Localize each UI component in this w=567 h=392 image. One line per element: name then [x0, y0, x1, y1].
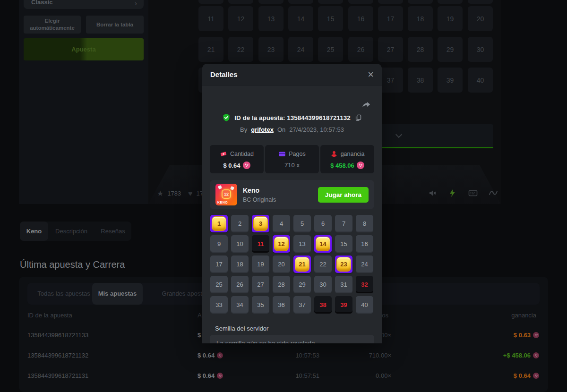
- board-tile[interactable]: 12: [228, 6, 253, 31]
- auto-pick-button[interactable]: Elegir automáticamente: [24, 16, 81, 34]
- board-tile[interactable]: 38: [408, 68, 433, 93]
- copy-icon[interactable]: [354, 114, 362, 121]
- result-tile: 8: [356, 215, 373, 232]
- by-label: By: [240, 126, 247, 133]
- trx-coin-icon: [357, 162, 364, 169]
- bet-button[interactable]: Apuesta: [24, 38, 144, 60]
- result-tile: 18: [231, 256, 249, 273]
- modal-header: Detalles ×: [202, 64, 382, 85]
- result-tile: 14: [314, 235, 332, 253]
- turbo-lightning-icon[interactable]: [448, 188, 457, 198]
- live-stats-icon[interactable]: [489, 188, 498, 198]
- tab-resenas[interactable]: Reseñas: [94, 222, 131, 241]
- hotkeys-keyboard-icon[interactable]: [468, 188, 478, 198]
- trx-coin-icon: [243, 162, 250, 169]
- share-row: [202, 100, 371, 110]
- board-tile[interactable]: 40: [468, 68, 493, 93]
- game-provider: BC Originals: [243, 196, 276, 203]
- share-icon[interactable]: [361, 100, 371, 110]
- result-tile: 24: [356, 256, 373, 273]
- keno-icon-label: KENO: [217, 201, 228, 204]
- board-tile[interactable]: 15: [318, 6, 343, 31]
- board-tile[interactable]: [378, 0, 403, 4]
- stat-value: 710 x: [284, 162, 300, 169]
- board-tile[interactable]: 22: [228, 37, 253, 62]
- board-tile[interactable]: [468, 0, 493, 4]
- board-tile[interactable]: 11: [198, 6, 223, 31]
- board-tile[interactable]: [198, 0, 223, 4]
- bet-controls-panel: Classic › Elegir automáticamente Borrar …: [19, 0, 148, 204]
- board-tile[interactable]: 14: [288, 6, 313, 31]
- gold-hit-gem: 14: [316, 237, 330, 251]
- result-tile: 10: [231, 235, 249, 253]
- server-seed-value[interactable]: La semilla aún no ha sido revelada: [210, 335, 374, 343]
- bet-row[interactable]: 135844399618721131$ 0.6410:57:510.00×$ 0…: [19, 366, 548, 386]
- result-board: 1234567891011121314151617181920212223242…: [210, 215, 374, 314]
- board-tile[interactable]: [438, 0, 463, 4]
- board-tile[interactable]: 21: [198, 37, 223, 62]
- bet-id-text: ID de la apuesta: 135844399618721132: [234, 114, 350, 121]
- result-tile: 19: [252, 256, 269, 273]
- board-tile[interactable]: [258, 0, 284, 4]
- board-tile[interactable]: 25: [318, 37, 343, 62]
- clear-table-button[interactable]: Borrar la tabla: [86, 16, 144, 34]
- trx-coin-icon: [533, 332, 539, 338]
- board-tile[interactable]: 30: [468, 37, 493, 62]
- tab-keno[interactable]: Keno: [20, 222, 48, 241]
- likes-counter[interactable]: ♥ 17: [188, 183, 203, 204]
- bet-profit-cell: $ 0.64: [514, 366, 539, 386]
- card-icon: [278, 150, 286, 158]
- bet-time-cell: 10:57:53: [295, 345, 319, 366]
- result-tile: 21: [293, 256, 311, 273]
- board-tile[interactable]: 17: [378, 6, 403, 31]
- bet-profit-cell: $ 0.63: [514, 325, 539, 345]
- board-tile[interactable]: [228, 0, 253, 4]
- game-name: Keno: [243, 187, 276, 194]
- subtab-all-bets[interactable]: Todas las apuestas: [35, 283, 92, 305]
- board-tile[interactable]: 39: [438, 68, 463, 93]
- board-tile[interactable]: 26: [348, 37, 373, 62]
- board-tile[interactable]: 18: [408, 6, 433, 31]
- board-tile[interactable]: [288, 0, 313, 4]
- result-tile: 29: [293, 276, 311, 293]
- game-mode-dropdown[interactable]: Classic ›: [24, 0, 144, 9]
- board-tile[interactable]: [318, 0, 343, 4]
- bet-profit-cell: +$ 458.06: [503, 345, 539, 366]
- game-card: 12 KENO Keno BC Originals Jugar ahora: [210, 180, 374, 209]
- chevron-right-icon: ›: [135, 1, 137, 6]
- close-icon[interactable]: ×: [368, 69, 374, 80]
- game-info-tabs: Keno Descripción Reseñas: [20, 222, 131, 241]
- favorites-counter[interactable]: ★ 1783: [157, 183, 181, 204]
- result-tile: 36: [273, 296, 290, 314]
- result-tile: 6: [314, 215, 332, 232]
- result-tile: 11: [252, 235, 269, 253]
- verified-shield-icon: [222, 113, 231, 122]
- username-link[interactable]: grifotex: [251, 126, 274, 133]
- board-tile[interactable]: 27: [378, 37, 403, 62]
- tab-descripcion[interactable]: Descripción: [48, 222, 94, 241]
- board-tile[interactable]: 29: [438, 37, 463, 62]
- board-tile[interactable]: 24: [288, 37, 313, 62]
- gold-hit-gem: 23: [336, 257, 351, 272]
- stat-value: $ 458.06: [330, 162, 354, 169]
- board-tile[interactable]: [408, 0, 433, 4]
- board-tile[interactable]: 13: [258, 6, 284, 31]
- board-tile[interactable]: 16: [348, 6, 373, 31]
- bet-row[interactable]: 135844399618721132$ 0.6410:57:53710.00×+…: [19, 345, 548, 366]
- stat-cantidad: Cantidad $ 0.64: [210, 145, 264, 173]
- subtab-my-bets[interactable]: Mis apuestas: [92, 283, 143, 305]
- result-tile: 31: [335, 276, 352, 293]
- result-tile: 16: [356, 235, 373, 253]
- board-tile[interactable]: 20: [468, 6, 493, 31]
- board-tile[interactable]: 23: [258, 37, 284, 62]
- bet-id-cell: 135844399618721131: [27, 366, 88, 386]
- heart-icon: ♥: [188, 189, 193, 198]
- result-tile: 13: [293, 235, 311, 253]
- bet-time-cell: 10:57:51: [295, 366, 319, 386]
- sound-muted-icon[interactable]: [428, 188, 437, 198]
- board-tile[interactable]: [348, 0, 373, 4]
- play-now-button[interactable]: Jugar ahora: [318, 187, 369, 203]
- star-icon: ★: [157, 189, 163, 198]
- board-tile[interactable]: 19: [438, 6, 463, 31]
- board-tile[interactable]: 28: [408, 37, 433, 62]
